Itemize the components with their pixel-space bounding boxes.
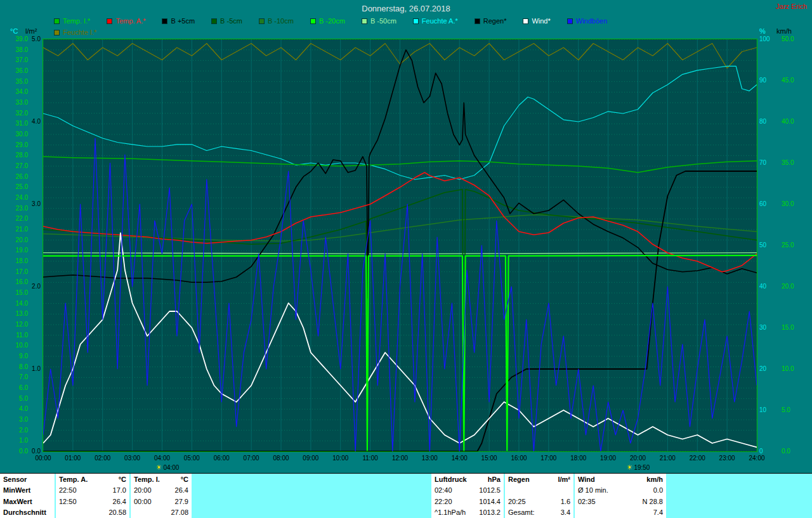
chart-plot-area (43, 39, 757, 451)
legend-item-b-50cm: B -50cm (362, 17, 396, 25)
y-axis-label-tempC: 23.0 (1, 205, 28, 212)
table-row: MaxWert (0, 496, 55, 507)
cell-value: 0.0 (653, 486, 663, 494)
y-axis-label-tempC: 37.0 (1, 56, 28, 63)
table-row (505, 485, 573, 496)
cell-time: ^1.1hPa/h (435, 508, 466, 516)
y-axis-label-tempC: 16.0 (1, 278, 28, 285)
y-axis-label-tempC: 24.0 (1, 194, 28, 201)
y-axis-label-kmh: 25.0 (782, 242, 804, 249)
y-axis-label-tempC: 14.0 (1, 300, 28, 307)
group-unit: hPa (488, 476, 501, 483)
axis-unit-kmh: km/h (776, 28, 792, 35)
cell-time: 20:00 (134, 486, 152, 494)
legend-item-feuchte-a: Feuchte A.* (413, 17, 458, 25)
b-50cm-swatch-icon (362, 18, 367, 24)
x-axis-label: 15:00 (476, 455, 502, 462)
y-axis-label-pct: 90 (759, 77, 777, 84)
legend-label: Feuchte I.* (63, 29, 96, 36)
x-axis-label: 03:00 (120, 455, 145, 462)
x-axis-label: 06:00 (209, 455, 234, 462)
y-axis-label-tempC: 34.0 (1, 88, 28, 95)
cell-value: 1013.2 (479, 508, 501, 516)
table-row: 20:0026.4 (131, 485, 192, 496)
b-20cm-swatch-icon (310, 18, 316, 24)
table-row: 20:251.6 (505, 496, 573, 507)
y-axis-label-tempC: 39.0 (1, 36, 28, 42)
table-header-row: Temp. A.°C (56, 474, 129, 485)
table-group-temp-a: Temp. A.°C22:5017.012:5026.420.58 (56, 474, 129, 518)
y-axis-label-kmh: 20.0 (782, 283, 804, 290)
stats-table: SensorMinWertMaxWertDurchschnittTemp. A.… (0, 473, 812, 518)
y-axis-label-lm2: 0.0 (29, 448, 41, 455)
y-axis-label-tempC: 33.0 (1, 99, 28, 106)
cell-value: 3.4 (561, 508, 570, 516)
table-row: 12:5026.4 (56, 496, 129, 507)
x-axis-label: 04:00 (150, 455, 175, 462)
y-axis-label-tempC: 11.0 (1, 332, 28, 339)
y-axis-label-kmh: 40.0 (782, 118, 804, 125)
y-axis-label-tempC: 0.0 (1, 448, 28, 455)
y-axis-label-tempC: 18.0 (1, 257, 28, 264)
sensor-column: SensorMinWertMaxWertDurchschnitt (0, 474, 55, 518)
table-group-wind: Windkm/hØ 10 min.0.002:35N 28.87.4 (575, 474, 666, 518)
group-header: Regen (508, 476, 530, 483)
cell-value: 17.0 (113, 486, 126, 494)
group-unit: °C (181, 476, 188, 483)
x-axis-label: 18:00 (566, 455, 591, 462)
table-row: Gesamt:3.4 (505, 507, 573, 518)
y-axis-label-kmh: 15.0 (782, 324, 804, 331)
sunrise-marker: ☀04:00 (156, 463, 180, 472)
table-group-temp-i: Temp. I.°C20:0026.400:0027.927.08 (131, 474, 192, 518)
y-axis-label-tempC: 3.0 (1, 416, 28, 423)
x-axis-label: 13:00 (417, 455, 442, 462)
b-5cm-swatch-icon (211, 18, 217, 24)
x-axis-label: 14:00 (447, 455, 472, 462)
y-axis-label-kmh: 45.0 (782, 77, 804, 84)
sun-time: 04:00 (163, 464, 179, 471)
y-axis-label-kmh: 30.0 (782, 200, 804, 207)
legend-label: Regen* (483, 17, 507, 25)
table-header-row: Temp. I.°C (131, 474, 192, 485)
cell-value: N 28.8 (643, 498, 663, 505)
cell-time: 22:50 (59, 486, 77, 494)
cell-time: 02:35 (578, 498, 596, 505)
table-row: 00:0027.9 (131, 496, 192, 507)
legend-item-b-20cm: B -20cm (310, 17, 345, 25)
cell-time: Gesamt: (508, 508, 535, 516)
table-row: Durchschnitt (0, 507, 55, 518)
table-row: 7.4 (575, 507, 666, 518)
cell-time: Ø 10 min. (578, 486, 608, 494)
table-group-regen: Regenl/m²20:251.6Gesamt:3.4 (505, 474, 573, 518)
cell-time: 00:00 (134, 498, 152, 505)
y-axis-label-tempC: 5.0 (1, 395, 28, 402)
y-axis-label-tempC: 32.0 (1, 110, 28, 117)
y-axis-label-kmh: 35.0 (782, 159, 804, 166)
x-axis-label: 19:00 (596, 455, 621, 462)
legend-label: B -20cm (319, 17, 345, 25)
page-title: Donnerstag, 26.07.2018 (0, 4, 812, 13)
legend-label: B -50cm (370, 17, 396, 25)
row-label: Sensor (3, 476, 27, 483)
legend-label: B +5cm (171, 17, 195, 25)
x-axis-label: 10:00 (328, 455, 353, 462)
y-axis-label-tempC: 26.0 (1, 173, 28, 180)
feuchte-i-swatch-icon (54, 30, 60, 36)
group-header: Luftdruck (435, 476, 467, 483)
y-axis-label-tempC: 9.0 (1, 353, 28, 359)
legend-item-windb-en: Windböen (567, 17, 608, 25)
regen-swatch-icon (475, 18, 480, 24)
group-unit: km/h (646, 476, 663, 483)
y-axis-label-lm2: 2.0 (29, 283, 41, 290)
y-axis-label-tempC: 13.0 (1, 310, 28, 317)
table-group-luftdruck: LuftdruckhPa02:401012.522:201014.4^1.1hP… (431, 474, 504, 518)
group-unit: °C (119, 476, 126, 483)
y-axis-label-lm2: 1.0 (29, 365, 41, 372)
cell-time: 20:25 (508, 498, 526, 505)
row-label: MinWert (3, 486, 30, 494)
group-unit: l/m² (558, 476, 570, 483)
y-axis-label-kmh: 50.0 (782, 36, 804, 42)
x-axis-label: 21:00 (655, 455, 680, 462)
group-header: Temp. I. (134, 476, 160, 483)
x-axis-label: 08:00 (268, 455, 294, 462)
